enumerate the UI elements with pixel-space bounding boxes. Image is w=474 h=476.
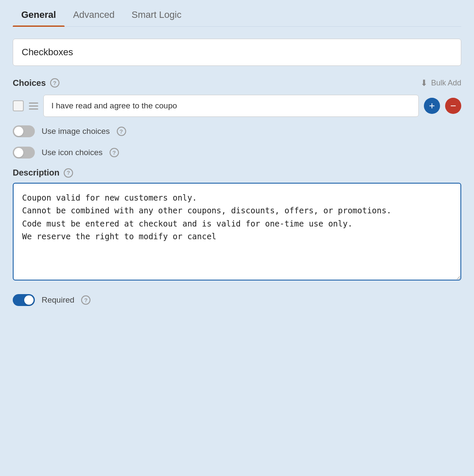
bulk-add-icon: ⬇ [420,78,428,88]
drag-handle[interactable] [29,102,38,110]
choice-row: + − [13,95,461,117]
description-textarea[interactable]: Coupon valid for new customers only. Can… [13,183,461,280]
tabs-bar: General Advanced Smart Logic [13,0,461,27]
required-help-icon[interactable]: ? [81,295,90,305]
bulk-add-label: Bulk Add [431,79,461,88]
add-choice-button[interactable]: + [424,98,440,114]
use-image-choices-row: Use image choices ? [13,125,461,137]
use-icon-choices-help-icon[interactable]: ? [110,148,119,157]
choices-label: Choices ? [13,78,59,88]
choices-help-icon[interactable]: ? [50,78,59,88]
required-row: Required ? [13,294,461,306]
use-image-choices-label: Use image choices [42,127,110,136]
choice-checkbox[interactable] [13,100,24,111]
required-toggle[interactable] [13,294,35,306]
drag-line-2 [29,105,38,107]
drag-line-1 [29,102,38,104]
tab-smart-logic[interactable]: Smart Logic [123,4,190,26]
description-text: Description [13,168,59,178]
bulk-add-button[interactable]: ⬇ Bulk Add [420,78,461,88]
description-label: Description ? [13,168,461,178]
use-icon-choices-toggle[interactable] [13,147,35,159]
remove-choice-button[interactable]: − [445,98,461,114]
choices-header: Choices ? ⬇ Bulk Add [13,78,461,88]
choice-text-input[interactable] [43,95,419,117]
tab-general[interactable]: General [13,4,65,26]
settings-panel: General Advanced Smart Logic Choices ? ⬇… [0,0,474,476]
field-name-input[interactable] [13,39,461,66]
description-with-arrow: Coupon valid for new customers only. Can… [13,183,461,294]
required-label: Required [42,295,74,305]
use-icon-choices-row: Use icon choices ? [13,147,461,159]
use-image-choices-toggle[interactable] [13,125,35,137]
use-image-choices-help-icon[interactable]: ? [117,127,126,136]
description-help-icon[interactable]: ? [64,168,73,178]
drag-line-3 [29,108,38,110]
choices-text: Choices [13,78,46,88]
tab-advanced[interactable]: Advanced [65,4,123,26]
use-icon-choices-label: Use icon choices [42,148,103,157]
